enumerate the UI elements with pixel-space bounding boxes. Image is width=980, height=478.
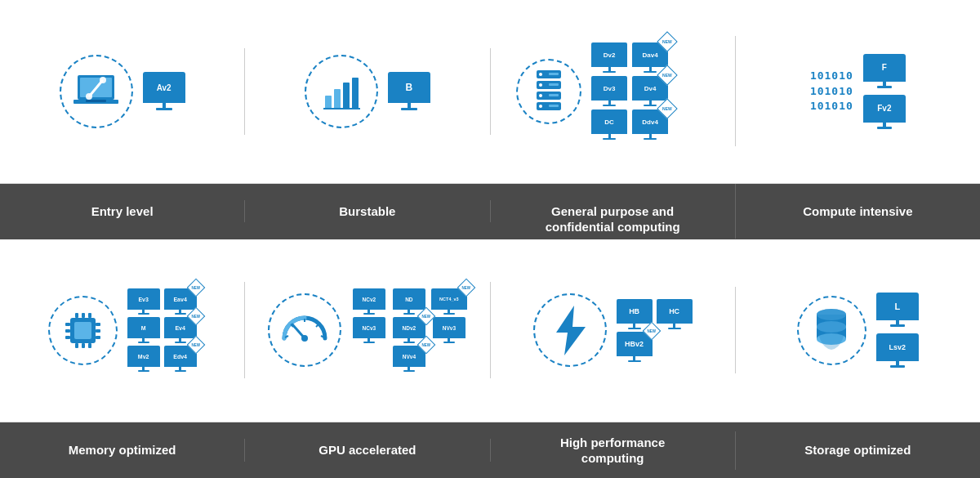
svg-rect-10 <box>352 78 359 109</box>
bottom-icons-row: Ev3 Eav4 NEW M E <box>0 239 980 423</box>
lightning-icon <box>550 304 590 357</box>
svg-rect-34 <box>65 336 70 339</box>
label-high-performance: High performancecomputing <box>491 431 736 470</box>
hc-monitor: HC <box>657 299 693 329</box>
database-icon <box>811 306 852 354</box>
m-monitor: M <box>127 317 160 343</box>
nvv3-monitor: NVv3 <box>431 317 467 343</box>
hpc-monitors: HB HC HBv2 NEW <box>617 299 693 362</box>
compute-monitors: F Fv2 <box>863 54 906 129</box>
label-storage-optimized: Storage optimized <box>736 439 980 462</box>
label-burstable: Burstable <box>245 200 490 223</box>
svg-point-22 <box>539 105 542 108</box>
speedometer-icon <box>276 302 333 359</box>
general-purpose-section: Dv2 Dav4 NEW Dv3 <box>491 36 736 146</box>
ncv3-monitor: NCv3 <box>351 317 387 343</box>
entry-level-text: Entry level <box>91 204 154 218</box>
svg-rect-25 <box>74 322 91 339</box>
storage-optimized-section: L Lsv2 <box>736 286 980 374</box>
hpc-section: HB HC HBv2 NEW <box>491 287 736 373</box>
svg-rect-37 <box>96 336 100 339</box>
ncv2-monitor: NCv2 <box>351 288 387 315</box>
svg-rect-20 <box>549 94 559 96</box>
svg-point-19 <box>539 94 542 97</box>
storage-icon-circle <box>797 296 866 365</box>
top-label-row: Entry level Burstable General purpose an… <box>0 184 980 239</box>
server-icon <box>532 69 565 114</box>
label-gpu-accelerated: GPU accelerated <box>245 439 490 462</box>
label-memory-optimized: Memory optimized <box>0 439 245 462</box>
bottom-label-row: Memory optimized GPU accelerated High pe… <box>0 422 980 478</box>
b-monitor: B <box>388 72 430 110</box>
svg-rect-33 <box>65 329 70 333</box>
entry-level-section: Av2 <box>0 48 245 135</box>
general-purpose-icon-circle <box>516 59 581 124</box>
svg-rect-36 <box>96 329 100 333</box>
label-general-purpose: General purpose andconfidential computin… <box>491 184 736 239</box>
svg-marker-45 <box>556 306 586 355</box>
label-entry-level: Entry level <box>0 200 245 223</box>
f-monitor: F <box>863 54 906 88</box>
burstable-text: Burstable <box>339 204 395 218</box>
gpu-accelerated-text: GPU accelerated <box>318 443 416 457</box>
burstable-section: B <box>245 48 490 135</box>
svg-point-16 <box>539 83 542 87</box>
general-purpose-monitors: Dv2 Dav4 NEW Dv3 <box>591 42 709 140</box>
dv2-monitor: Dv2 <box>591 42 627 73</box>
memory-optimized-text: Memory optimized <box>69 443 176 457</box>
svg-point-3 <box>86 93 92 100</box>
mv2-monitor: Mv2 <box>127 346 160 372</box>
hb-monitor: HB <box>617 299 653 329</box>
label-compute-intensive: Compute intensive <box>736 200 980 223</box>
svg-rect-17 <box>549 83 559 86</box>
memory-icon-circle <box>48 296 118 365</box>
l-monitor: L <box>876 293 919 327</box>
svg-point-4 <box>100 77 106 83</box>
binary-display: 101010101010101010 <box>810 69 853 114</box>
svg-rect-23 <box>549 105 559 107</box>
burstable-icon-circle <box>305 55 378 128</box>
svg-rect-7 <box>325 96 332 109</box>
svg-rect-30 <box>82 343 85 348</box>
lsv2-monitor: Lsv2 <box>876 333 919 368</box>
svg-rect-27 <box>82 313 85 318</box>
storage-monitors: L Lsv2 <box>876 293 919 368</box>
storage-optimized-text: Storage optimized <box>804 443 911 457</box>
gpu-accelerated-section: NCv2 ND NCT4_v3 NEW <box>245 282 490 378</box>
chip-icon <box>60 308 105 353</box>
nvv4-monitor: NVv4 NEW <box>391 346 427 372</box>
ev3-monitor: Ev3 <box>127 288 160 315</box>
ddv4-monitor: Ddv4 NEW <box>632 109 668 140</box>
fv2-monitor: Fv2 <box>863 95 906 129</box>
svg-line-44 <box>316 324 318 327</box>
svg-rect-29 <box>75 343 78 348</box>
nct4v3-monitor: NCT4_v3 NEW <box>431 288 467 315</box>
svg-rect-9 <box>343 83 350 109</box>
svg-rect-6 <box>86 100 106 102</box>
svg-rect-8 <box>334 89 341 109</box>
general-purpose-text: General purpose andconfidential computin… <box>546 204 680 235</box>
main-container: Av2 B <box>0 0 980 478</box>
svg-rect-35 <box>96 323 100 326</box>
edv4-monitor: Edv4 NEW <box>164 346 197 372</box>
dv3-monitor: Dv3 <box>591 76 627 106</box>
hpc-icon-circle <box>533 293 607 367</box>
compute-intensive-text: Compute intensive <box>803 204 912 218</box>
av2-monitor: Av2 <box>143 72 185 110</box>
svg-rect-32 <box>65 323 70 326</box>
svg-rect-26 <box>75 313 78 318</box>
gpu-icon-circle <box>268 293 341 367</box>
svg-rect-31 <box>88 343 91 348</box>
hbv2-monitor: HBv2 NEW <box>617 332 653 362</box>
memory-monitors: Ev3 Eav4 NEW M E <box>127 288 197 372</box>
barchart-icon <box>321 71 362 112</box>
svg-point-13 <box>539 73 542 76</box>
top-icons-row: Av2 B <box>0 0 980 184</box>
high-performance-text: High performancecomputing <box>560 436 665 466</box>
compute-intensive-section: 101010101010101010 F Fv2 <box>736 47 980 136</box>
laptop-icon <box>74 73 118 109</box>
dc-monitor: DC <box>591 109 627 140</box>
svg-point-39 <box>301 335 308 342</box>
svg-rect-14 <box>549 73 559 75</box>
gpu-monitors: NCv2 ND NCT4_v3 NEW <box>351 288 467 372</box>
